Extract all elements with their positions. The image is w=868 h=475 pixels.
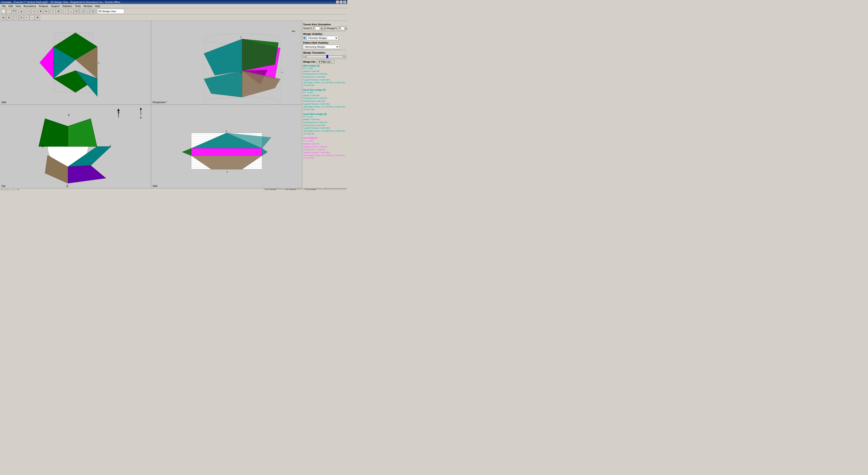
svg-text:5: 5: [67, 184, 68, 187]
save-button[interactable]: 💾: [12, 9, 17, 14]
zoom-in-button[interactable]: 🔍+: [79, 9, 84, 14]
ne-wedge-fs: F.S.: 0.065: [303, 91, 346, 94]
west-wedge-jw: Joint Water Forces: 1) 0.163 MN; 2) 0.44…: [303, 82, 346, 87]
west-wedge-support: Support Pressure: 0.046 MPa: [303, 79, 346, 82]
slider-indicator[interactable]: [327, 55, 328, 58]
plunge-label: Plunge(°):: [327, 27, 337, 30]
wedge-visibility-select[interactable]: Perimeter Wedges All Wedges No Wedges: [307, 36, 338, 40]
perspective-view-svg: 2 3 1 ↖: [151, 21, 302, 105]
main-container: 1 2 Side: [0, 21, 347, 188]
toolbar: 📄 📂 💾 🖨 ↩ ↪ ⊞ ⊟ ↖ ⊞ ⟂ ⟁ ⊡ 🔍+ 🔍- ◫ 3D Wed…: [0, 8, 347, 14]
menu-item-file[interactable]: File: [0, 4, 7, 8]
undo-button[interactable]: ↩: [26, 9, 31, 14]
menu-item-analysis[interactable]: Analysis: [37, 4, 50, 8]
west-wedge-resisting: Resisting Force: 0.039 MN: [303, 73, 346, 76]
slider-right-icon[interactable]: ▷: [343, 55, 346, 58]
print-button[interactable]: 🖨: [19, 9, 24, 14]
viewport-side-left: 1 2 Side: [0, 21, 151, 105]
zoom-in2-button[interactable]: +: [24, 15, 29, 20]
east-wedge-support: Support Pressure: 0.060 MPa: [303, 151, 346, 154]
view-selector-label: 3D Wedge View: [98, 10, 116, 13]
wedge-translation-slider-row: ◁ ▷: [303, 55, 346, 58]
svg-text:1: 1: [53, 61, 54, 64]
west-wedge-name[interactable]: West wedge [2]: [303, 64, 346, 67]
help-text: For Help, press F1: [1, 189, 262, 190]
ne-wedge-driving: Driving Force: 0.491 MN: [303, 100, 346, 103]
toolbar2-btn2[interactable]: ⊟: [6, 15, 11, 20]
menubar: FileEditViewBoundariesAnalysisSupportSta…: [0, 4, 347, 8]
sw-wedge-driving: Driving Force: 0.413 MN: [303, 124, 346, 127]
maximize-button[interactable]: □: [340, 0, 343, 4]
wedge-visibility-radio[interactable]: [303, 37, 306, 39]
viewport-perspective: 2 3 1 ↖ Perspective *: [151, 21, 302, 105]
trend-label: Trend (°):: [303, 27, 313, 30]
pan-button[interactable]: ✥: [35, 15, 40, 20]
west-wedge-weight: Weight: 0.068 MN: [303, 70, 346, 73]
side-right-label: Side: [153, 184, 158, 187]
east-wedge-entry: East wedge [7] F.S.: 0.000 Weight: 0.068…: [303, 137, 346, 159]
wedge-info-header: Wedge Info: ▼ Filter List ...: [303, 60, 346, 64]
filter-list-button[interactable]: ▼ Filter List ...: [317, 60, 335, 64]
svg-text:7: 7: [110, 145, 111, 148]
zoom-out2-button[interactable]: -: [30, 15, 35, 20]
menu-item-support[interactable]: Support: [50, 4, 61, 8]
slider-track[interactable]: [307, 56, 343, 57]
zoom-out-button[interactable]: 🔍-: [85, 9, 90, 14]
toolbar2-btn1[interactable]: ⊞: [1, 15, 6, 20]
sep3: [37, 9, 37, 13]
trend-down-button[interactable]: ▼: [324, 27, 326, 30]
menu-item-window[interactable]: Window: [82, 4, 94, 8]
bolt-button[interactable]: ⟂: [63, 9, 68, 14]
zoom-fit-button[interactable]: ⊡: [74, 9, 79, 14]
top-label: Top: [1, 184, 5, 187]
slider-left-icon[interactable]: ◁: [303, 55, 306, 58]
zoom-fit2-button[interactable]: ⊡: [19, 15, 24, 20]
j3-status: J3: 55/300: [304, 189, 322, 190]
west-wedge-driving: Driving Force: 0.454 MN: [303, 76, 346, 79]
trend-input[interactable]: [313, 27, 320, 30]
bolt2-button[interactable]: ⟁: [68, 9, 73, 14]
svg-text:4: 4: [225, 129, 227, 132]
east-wedge-name[interactable]: East wedge [7]: [303, 137, 346, 140]
pattern-bolt-title: Pattern Bolt Visibility:: [303, 41, 346, 44]
tunnel-axis-title: Tunnel Axis Orientation: [303, 23, 346, 26]
sw-wedge-support: Support Pressure: 0.043 MPa: [303, 127, 346, 129]
side-right-svg: 4 5: [151, 105, 302, 188]
view-import-button[interactable]: ⊞: [38, 9, 43, 14]
menu-item-boundaries[interactable]: Boundaries: [22, 4, 37, 8]
menu-item-edit[interactable]: Edit: [7, 4, 14, 8]
j2-status: J2: 90/060: [284, 189, 302, 190]
menu-item-help[interactable]: Help: [94, 4, 101, 8]
close-button[interactable]: ✕: [343, 0, 346, 4]
plunge-input[interactable]: [338, 27, 344, 30]
minimize-button[interactable]: —: [336, 0, 339, 4]
zoom-window-button[interactable]: ◫: [90, 9, 95, 14]
view-export-button[interactable]: ⊟: [43, 9, 49, 14]
table-button[interactable]: ⊞: [56, 9, 61, 14]
full-screen-button[interactable]: ⛶: [13, 15, 18, 20]
ne-wedge-name[interactable]: North East wedge [4]: [303, 89, 346, 91]
filter-list-label: Filter List ...: [321, 61, 333, 63]
svg-marker-96: [191, 148, 262, 155]
plunge-up-button[interactable]: ▲: [345, 27, 347, 30]
statusbar: For Help, press F1 J1: 60/180 J2: 90/060…: [0, 188, 347, 190]
pattern-bolt-row: Intersecting Wedges All None: [303, 45, 346, 49]
svg-marker-73: [140, 108, 142, 110]
sw-wedge-name[interactable]: South West wedge [6]: [303, 113, 346, 115]
east-wedge-jw: Joint Water Forces: 1) 0.138 MN; 2) 0.46…: [303, 154, 346, 159]
new-button[interactable]: 📄: [1, 9, 6, 14]
side-left-label: Side: [1, 101, 6, 103]
menu-item-tools[interactable]: Tools: [74, 4, 82, 8]
open-button[interactable]: 📂: [6, 9, 11, 14]
menu-item-statistics[interactable]: Statistics: [61, 4, 74, 8]
viewport-side-right: 4 5 Side: [151, 105, 302, 188]
side-view-svg: 1 2: [0, 21, 151, 105]
redo-button[interactable]: ↪: [31, 9, 36, 14]
view-selector[interactable]: 3D Wedge View: [97, 9, 124, 14]
menu-item-view[interactable]: View: [14, 4, 22, 8]
pattern-bolt-select[interactable]: Intersecting Wedges All None: [303, 45, 339, 49]
ne-wedge-resisting: Resisting Force: 0.032 MN: [303, 97, 346, 100]
select-button[interactable]: ↖: [51, 9, 56, 14]
divider3: [303, 59, 346, 59]
trend-up-button[interactable]: ▲: [321, 27, 323, 30]
